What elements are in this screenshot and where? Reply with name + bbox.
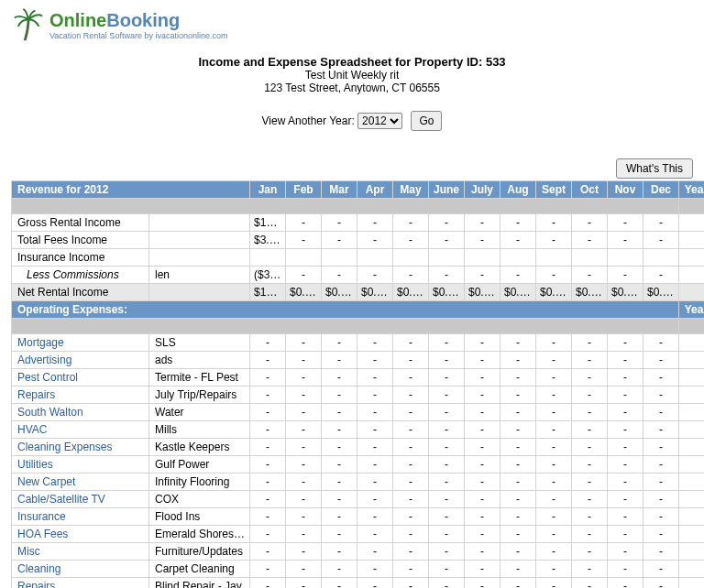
revenue-cell: $160.00 (250, 214, 286, 232)
expense-row-label[interactable]: Repairs (12, 578, 149, 589)
expense-cell: - (393, 474, 429, 491)
expense-cell: - (500, 387, 536, 404)
expense-cell: - (286, 561, 322, 578)
expense-cell: - (286, 369, 322, 387)
expense-vendor: Carpet Cleaning (149, 561, 250, 578)
revenue-cell: - (286, 267, 322, 284)
expense-row-label[interactable]: HOA Fees (12, 526, 149, 543)
expense-cell: - (572, 526, 608, 543)
expense-cell: - (429, 334, 465, 352)
revenue-cell: - (429, 267, 465, 284)
expense-cell: - (536, 352, 572, 369)
expense-row-label[interactable]: Pest Control (12, 369, 149, 387)
expense-cell: - (429, 526, 465, 543)
expense-cell: - (608, 456, 644, 474)
expense-cell: - (250, 561, 286, 578)
unit-address: 123 Test Street, Anytown, CT 06555 (11, 82, 693, 94)
expense-row-label[interactable]: South Walton (12, 404, 149, 421)
expense-vendor: Water (149, 404, 250, 421)
expense-cell: - (393, 491, 429, 508)
net-rental-cell: $0.00 (500, 284, 536, 301)
expense-cell: - (572, 474, 608, 491)
expense-cell: - (429, 491, 465, 508)
revenue-vendor: len (149, 267, 250, 284)
expense-vendor: Kastle Keepers (149, 439, 250, 456)
revenue-cell: - (465, 232, 500, 249)
revenue-ytd: $3.00 (679, 232, 704, 249)
expense-cell: - (358, 474, 393, 491)
expense-vendor: July Trip/Repairs (149, 387, 250, 404)
net-rental-cell: $130.40 (250, 284, 286, 301)
expense-cell: - (572, 404, 608, 421)
expense-row-label[interactable]: Insurance (12, 508, 149, 526)
subheader (12, 319, 679, 334)
expense-cell: - (536, 404, 572, 421)
expense-cell: - (500, 508, 536, 526)
revenue-vendor (149, 214, 250, 232)
logo-tagline: Vacation Rental Software by ivacationonl… (50, 31, 227, 40)
revenue-cell (250, 249, 286, 267)
expense-cell: - (286, 526, 322, 543)
revenue-cell: - (358, 267, 393, 284)
year-select[interactable]: 2012 (358, 113, 402, 129)
expense-cell: - (536, 439, 572, 456)
revenue-cell: - (429, 232, 465, 249)
expense-cell: - (465, 561, 500, 578)
whats-this-button[interactable]: What's This (616, 158, 693, 179)
go-button[interactable]: Go (411, 111, 442, 131)
expense-cell: - (286, 439, 322, 456)
revenue-cell: - (358, 232, 393, 249)
expense-cell: - (393, 508, 429, 526)
expense-row-label[interactable]: Cleaning Expenses (12, 439, 149, 456)
net-rental-cell: $0.00 (608, 284, 644, 301)
revenue-cell: - (572, 232, 608, 249)
expense-row-label[interactable]: HVAC (12, 421, 149, 439)
page-title: Income and Expense Spreadsheet for Prope… (11, 55, 693, 69)
subheader (12, 199, 679, 214)
expense-cell: - (358, 421, 393, 439)
expense-cell: - (608, 474, 644, 491)
expense-cell: - (465, 352, 500, 369)
expense-cell: - (250, 387, 286, 404)
expense-cell: - (358, 543, 393, 561)
expense-row-label[interactable]: Cleaning (12, 561, 149, 578)
expense-cell: - (572, 578, 608, 589)
revenue-cell (393, 249, 429, 267)
expense-cell: - (465, 387, 500, 404)
expense-cell: - (429, 352, 465, 369)
expense-cell: - (286, 508, 322, 526)
expense-cell: - (393, 334, 429, 352)
logo-text: OnlineBooking (50, 10, 227, 31)
expense-row-label[interactable]: New Carpet (12, 474, 149, 491)
expense-cell: - (500, 474, 536, 491)
expense-cell: - (572, 334, 608, 352)
expense-cell: - (644, 491, 679, 508)
expense-row-label[interactable]: Mortgage (12, 334, 149, 352)
expense-cell: - (250, 369, 286, 387)
expense-row-label[interactable]: Advertising (12, 352, 149, 369)
expense-cell: - (572, 387, 608, 404)
expense-cell: - (465, 334, 500, 352)
month-header: May (393, 181, 429, 199)
expense-row-label[interactable]: Misc (12, 543, 149, 561)
net-rental-label: Net Rental Income (12, 284, 149, 301)
expense-cell: - (536, 456, 572, 474)
expense-cell: - (500, 491, 536, 508)
revenue-cell: - (322, 214, 358, 232)
expense-row-label[interactable]: Repairs (12, 387, 149, 404)
expense-cell: - (393, 578, 429, 589)
expense-row-label[interactable]: Cable/Satellite TV (12, 491, 149, 508)
revenue-cell: - (608, 267, 644, 284)
expense-cell: - (429, 578, 465, 589)
expense-cell: - (286, 456, 322, 474)
expense-cell: - (429, 543, 465, 561)
expense-cell: - (358, 334, 393, 352)
month-header: Jan (250, 181, 286, 199)
expense-row-label[interactable]: Utilities (12, 456, 149, 474)
expense-cell: - (465, 404, 500, 421)
net-rental-cell: $0.00 (322, 284, 358, 301)
expense-cell: - (429, 474, 465, 491)
year-select-row: View Another Year: 2012 Go (11, 111, 693, 131)
expense-cell: - (608, 369, 644, 387)
revenue-cell: - (429, 214, 465, 232)
